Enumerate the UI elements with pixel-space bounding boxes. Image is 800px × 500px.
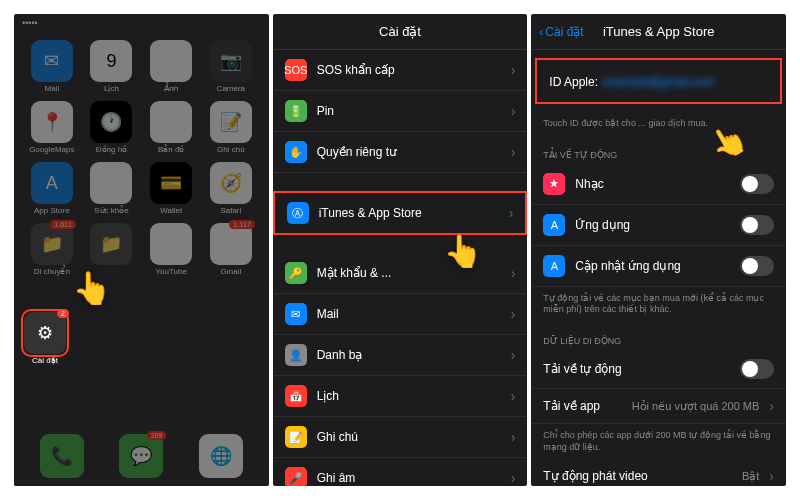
itunes-appstore-row[interactable]: Ⓐ iTunes & App Store › xyxy=(273,191,528,235)
touch-id-note: Touch ID được bật cho ... giao dịch mua. xyxy=(531,112,786,136)
chevron-right-icon: › xyxy=(769,468,774,484)
settings-label: Cài đặt xyxy=(32,356,58,365)
apple-id-label: ID Apple: xyxy=(549,75,598,89)
itunes-label: iTunes & App Store xyxy=(319,206,499,220)
row-icon: 🔋 xyxy=(285,100,307,122)
dock-app[interactable]: 📞 xyxy=(40,434,84,478)
app-icon[interactable]: 💳Wallet xyxy=(143,162,199,215)
app-icon[interactable]: 🕐Đồng hồ xyxy=(84,101,140,154)
app-icon[interactable]: ✉Mail xyxy=(24,40,80,93)
chevron-right-icon: › xyxy=(511,470,516,486)
cellular-label: Tải về tự động xyxy=(543,362,730,376)
settings-row[interactable]: ✉Mail› xyxy=(273,294,528,335)
app-icon[interactable]: 📍GoogleMaps xyxy=(24,101,80,154)
toggle-switch[interactable] xyxy=(740,215,774,235)
row-icon: 🎤 xyxy=(285,467,307,486)
toggle-row[interactable]: AỨng dụng xyxy=(531,205,786,246)
row-icon: ★ xyxy=(543,173,565,195)
settings-row[interactable]: 🔑Mật khẩu & ...› xyxy=(273,253,528,294)
section-header: DỮ LIỆU DI ĐỘNG xyxy=(531,322,786,350)
row-icon: 📝 xyxy=(285,426,307,448)
nav-title: Cài đặt xyxy=(379,24,421,39)
settings-row[interactable]: 🎤Ghi âm› xyxy=(273,458,528,486)
settings-row[interactable]: SOSSOS khẩn cấp› xyxy=(273,50,528,91)
autoplay-value: Bật xyxy=(742,470,759,483)
app-icon[interactable]: AApp Store xyxy=(24,162,80,215)
download-app-row[interactable]: Tải về app Hỏi nếu vượt quá 200 MB › xyxy=(531,389,786,424)
toggle-row[interactable]: ★Nhạc xyxy=(531,164,786,205)
row-icon: A xyxy=(543,214,565,236)
toggle-switch[interactable] xyxy=(740,174,774,194)
chevron-right-icon: › xyxy=(511,429,516,445)
back-button[interactable]: ‹ Cài đặt xyxy=(539,25,583,39)
chevron-right-icon: › xyxy=(511,306,516,322)
signal: ••••• xyxy=(22,18,38,28)
row-label: Lịch xyxy=(317,389,501,403)
itunes-panel: ‹ Cài đặt iTunes & App Store ID Apple: e… xyxy=(531,14,786,486)
cellular-toggle-row[interactable]: Tải về tự động xyxy=(531,350,786,389)
chevron-right-icon: › xyxy=(511,388,516,404)
chevron-right-icon: › xyxy=(511,103,516,119)
row-icon: SOS xyxy=(285,59,307,81)
row-label: SOS khẩn cấp xyxy=(317,63,501,77)
apple-id-value: example@gmail.com xyxy=(603,75,715,89)
download-value: Hỏi nếu vượt quá 200 MB xyxy=(632,400,760,413)
app-icon[interactable]: ❋Ảnh xyxy=(143,40,199,93)
app-icon[interactable]: 🗺Bản đồ xyxy=(143,101,199,154)
chevron-right-icon: › xyxy=(511,265,516,281)
row-icon: 🔑 xyxy=(285,262,307,284)
row-label: Ghi âm xyxy=(317,471,501,485)
app-icon[interactable]: ♥Sức khỏe xyxy=(84,162,140,215)
toggle-switch[interactable] xyxy=(740,256,774,276)
dock-app[interactable]: 🌐 xyxy=(199,434,243,478)
dock-app[interactable]: 💬289 xyxy=(119,434,163,478)
settings-row[interactable]: 👤Danh bạ› xyxy=(273,335,528,376)
home-screen-panel: ••••• ✉Mail9Lịch❋Ảnh📷Camera📍GoogleMaps🕐Đ… xyxy=(14,14,269,486)
app-icon[interactable]: 📝Ghi chú xyxy=(203,101,259,154)
chevron-right-icon: › xyxy=(511,62,516,78)
app-icon[interactable]: 📷Camera xyxy=(203,40,259,93)
row-icon: 👤 xyxy=(285,344,307,366)
app-icon[interactable]: M1.117Gmail xyxy=(203,223,259,276)
settings-row[interactable]: 📅Lịch› xyxy=(273,376,528,417)
chevron-right-icon: › xyxy=(509,205,514,221)
nav-title: iTunes & App Store xyxy=(603,24,715,39)
row-label: Ghi chú xyxy=(317,430,501,444)
toggle-row[interactable]: ACập nhật ứng dụng xyxy=(531,246,786,287)
row-icon: ✋ xyxy=(285,141,307,163)
pointer-hand-icon: 👆 xyxy=(72,269,112,307)
settings-row[interactable]: ✋Quyền riêng tư› xyxy=(273,132,528,173)
section-footer: Tự động tải về các mục bạn mua mới (kể c… xyxy=(531,287,786,322)
row-icon: ✉ xyxy=(285,303,307,325)
row-icon: A xyxy=(543,255,565,277)
nav-bar: ‹ Cài đặt iTunes & App Store xyxy=(531,14,786,50)
settings-panel: Cài đặt SOSSOS khẩn cấp›🔋Pin›✋Quyền riên… xyxy=(273,14,528,486)
dock: 📞💬289🌐 xyxy=(14,426,269,486)
appstore-icon: Ⓐ xyxy=(287,202,309,224)
section-footer: Chỉ cho phép các app dưới 200 MB tự động… xyxy=(531,424,786,459)
row-label: Ứng dụng xyxy=(575,218,730,232)
autoplay-label: Tự động phát video xyxy=(543,469,732,483)
app-icon[interactable]: 9Lịch xyxy=(84,40,140,93)
apple-id-row[interactable]: ID Apple: example@gmail.com xyxy=(535,58,782,104)
row-label: Nhạc xyxy=(575,177,730,191)
row-label: Pin xyxy=(317,104,501,118)
app-icon[interactable]: 🧭Safari xyxy=(203,162,259,215)
settings-app[interactable]: ⚙2 Cài đặt xyxy=(24,312,66,365)
row-label: Danh bạ xyxy=(317,348,501,362)
app-icon[interactable]: ▶YouTube xyxy=(143,223,199,276)
settings-row[interactable]: 🔋Pin› xyxy=(273,91,528,132)
row-label: Quyền riêng tư xyxy=(317,145,501,159)
row-label: Mail xyxy=(317,307,501,321)
chevron-right-icon: › xyxy=(511,347,516,363)
nav-bar: Cài đặt xyxy=(273,14,528,50)
row-label: Cập nhật ứng dụng xyxy=(575,259,730,273)
pointer-hand-icon: 👆 xyxy=(443,232,483,270)
row-icon: 📅 xyxy=(285,385,307,407)
settings-row[interactable]: 📝Ghi chú› xyxy=(273,417,528,458)
download-label: Tải về app xyxy=(543,399,621,413)
autoplay-row[interactable]: Tự động phát video Bật › xyxy=(531,459,786,486)
toggle-switch[interactable] xyxy=(740,359,774,379)
chevron-right-icon: › xyxy=(769,398,774,414)
settings-badge: 2 xyxy=(57,309,69,318)
